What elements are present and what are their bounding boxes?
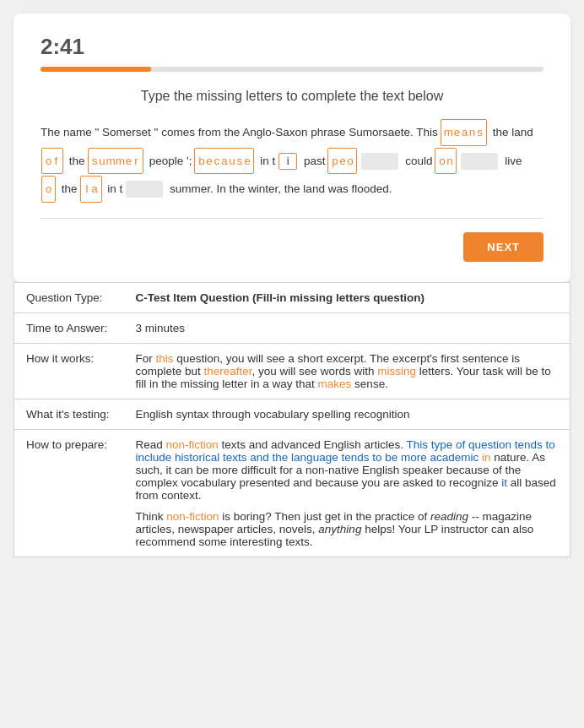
input-box-4[interactable] bbox=[126, 181, 163, 198]
label-how-it-works: How it works: bbox=[14, 344, 124, 399]
value-prepare: Read non-fiction texts and advanced Engl… bbox=[124, 430, 570, 557]
active-input-1[interactable]: i bbox=[278, 153, 297, 170]
value-testing: English syntax through vocabulary spelli… bbox=[124, 399, 570, 430]
passage-line-3: o the la in t summer. In the winter, the… bbox=[41, 176, 543, 203]
info-table: Question Type: C-Test Item Question (Fil… bbox=[14, 282, 570, 557]
label-testing: What it's testing: bbox=[14, 399, 124, 430]
word-past: past bbox=[300, 149, 325, 174]
value-question-type: C-Test Item Question (Fill-in missing le… bbox=[124, 283, 570, 313]
text-nonfiction2: non-fiction bbox=[166, 510, 219, 523]
highlight-o: o bbox=[41, 176, 56, 203]
progress-bar-track bbox=[41, 67, 543, 72]
input-box-2[interactable] bbox=[361, 153, 398, 170]
label-prepare: How to prepare: bbox=[14, 430, 124, 557]
highlight-peo: peo bbox=[327, 148, 357, 175]
quiz-card: 2:41 Type the missing letters to complet… bbox=[14, 14, 570, 282]
word-could: could bbox=[402, 149, 432, 174]
word-the: the bbox=[66, 149, 85, 174]
word-the-land: the land bbox=[489, 120, 533, 145]
timer-display: 2:41 bbox=[41, 34, 543, 60]
next-button[interactable]: NEXT bbox=[463, 232, 543, 262]
table-row-testing: What it's testing: English syntax throug… bbox=[14, 399, 570, 430]
text-makes: makes bbox=[318, 378, 352, 390]
table-row-time: Time to Answer: 3 minutes bbox=[14, 313, 570, 344]
highlight-of: of bbox=[41, 148, 63, 175]
word-the2: the bbox=[58, 177, 78, 202]
text-nonfiction1: non-fiction bbox=[166, 438, 219, 451]
word-in-t2: in t bbox=[105, 177, 123, 202]
text-in: in bbox=[482, 451, 491, 464]
table-row-prepare: How to prepare: Read non-fiction texts a… bbox=[14, 430, 570, 557]
instruction-text: Type the missing letters to complete the… bbox=[41, 89, 543, 104]
passage-text: The name " Somerset " comes from the Ang… bbox=[41, 119, 543, 203]
highlight-because: because bbox=[194, 148, 254, 175]
word-live: live bbox=[501, 149, 522, 174]
input-box-3[interactable] bbox=[461, 153, 498, 170]
label-time: Time to Answer: bbox=[14, 313, 124, 344]
word-in-t: in t bbox=[257, 149, 275, 174]
value-time: 3 minutes bbox=[124, 313, 570, 344]
table-row-question-type: Question Type: C-Test Item Question (Fil… bbox=[14, 283, 570, 313]
highlight-on: on bbox=[435, 148, 457, 175]
passage-intro: The name " Somerset " comes from the Ang… bbox=[41, 120, 438, 145]
word-people: people '; bbox=[146, 149, 192, 174]
word-summer-sentence: summer. In the winter, the land was floo… bbox=[166, 177, 392, 202]
passage-line-1: The name " Somerset " comes from the Ang… bbox=[41, 119, 543, 146]
progress-bar-fill bbox=[41, 67, 151, 72]
text-this: this bbox=[156, 352, 174, 365]
value-how-it-works: For this question, you will see a short … bbox=[124, 344, 570, 399]
divider bbox=[41, 218, 543, 219]
table-row-how-it-works: How it works: For this question, you wil… bbox=[14, 344, 570, 399]
text-thereafter: thereafter bbox=[204, 365, 252, 378]
text-missing: missing bbox=[377, 365, 416, 378]
highlight-summer: summer bbox=[88, 148, 144, 175]
highlight-la: la bbox=[80, 176, 102, 203]
label-question-type: Question Type: bbox=[14, 283, 124, 313]
passage-line-2: of the summer people '; because in t i p… bbox=[41, 148, 543, 175]
highlight-means: means bbox=[441, 119, 487, 146]
text-it: it bbox=[501, 476, 507, 489]
